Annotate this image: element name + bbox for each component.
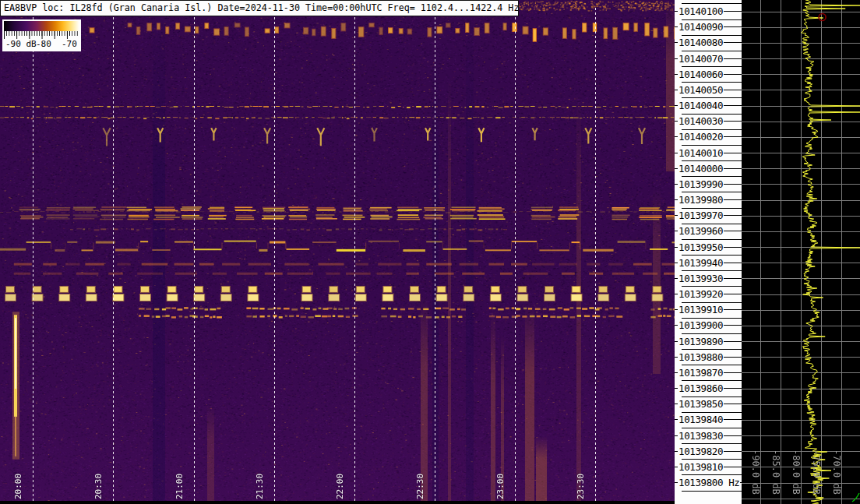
time-gridline (33, 8, 33, 501)
freq-tick-line (724, 90, 742, 90)
time-label: 21:30 (256, 474, 264, 499)
freq-minor-tick (682, 349, 742, 350)
time-gridline (274, 8, 275, 501)
freq-tick-row: 10139940 (675, 257, 742, 269)
freq-tick-label: 10139940 (678, 257, 724, 269)
freq-minor-tick (682, 66, 742, 67)
freq-minor-tick (682, 474, 742, 475)
freq-tick-label: 10139930 (678, 273, 724, 284)
freq-tick-label: 10139950 (678, 241, 724, 253)
freq-tick-row: 10140070 (675, 53, 742, 65)
freq-minor-tick (682, 160, 742, 161)
freq-tick-line (724, 419, 742, 420)
freq-tick-line (724, 294, 742, 294)
freq-minor-tick (682, 51, 742, 51)
freq-tick-line (724, 404, 742, 404)
freq-tick-line (724, 309, 742, 310)
freq-tick-row: 10139880 (675, 351, 742, 363)
db-axis-label: -70.0 dB (832, 449, 841, 495)
freq-minor-tick (682, 333, 742, 334)
db-axis-label: -80.0 dB (791, 449, 801, 495)
freq-tick-label: 10139890 (678, 336, 724, 347)
freq-minor-tick (682, 129, 742, 130)
freq-tick-row: 10140100 (675, 5, 742, 17)
freq-tick-row: 10140060 (675, 69, 742, 80)
freq-tick-line (724, 247, 742, 248)
freq-tick-row: 10140010 (675, 147, 742, 159)
freq-tick-row: 10140000 (675, 163, 742, 174)
freq-minor-tick (682, 365, 742, 365)
freq-tick-row: 10139970 (675, 210, 742, 221)
freq-tick-row: 10139810 (675, 461, 742, 473)
freq-tick-label: 10139850 (678, 398, 724, 410)
freq-tick-label: 10140070 (678, 53, 724, 65)
grabber-screenshot: 20:0020:3021:0021:3022:0022:3023:0023:30… (0, 0, 860, 504)
freq-minor-tick (682, 176, 742, 177)
freq-tick-line (724, 26, 742, 27)
freq-tick-row: 10139860 (675, 382, 742, 394)
freq-tick-row: 10139850 (675, 398, 742, 410)
freq-tick-row: 10140080 (675, 37, 742, 48)
freq-tick-label: 10139980 (678, 194, 724, 206)
freq-minor-tick (682, 443, 742, 444)
freq-tick-line (724, 357, 742, 358)
freq-minor-tick (682, 19, 742, 20)
freq-tick-label: 10140080 (678, 37, 724, 48)
color-scale-ruler (4, 31, 79, 39)
freq-minor-tick (682, 224, 742, 224)
freq-tick-label: 10139820 (678, 446, 724, 457)
freq-tick-label: 10139990 (678, 178, 724, 190)
freq-minor-tick (682, 3, 742, 4)
freq-tick-row: 10140050 (675, 84, 742, 96)
freq-minor-tick (682, 270, 742, 271)
freq-minor-tick (682, 286, 742, 287)
freq-minor-tick (682, 192, 742, 192)
time-label: 23:00 (496, 474, 505, 499)
freq-tick-label: 10139810 (678, 461, 724, 473)
legend-label-70db: -70 (62, 40, 77, 49)
freq-tick-label: 10139910 (678, 304, 724, 315)
freq-tick-line (724, 136, 742, 137)
freq-minor-tick (682, 114, 742, 115)
time-gridline (354, 8, 355, 501)
freq-tick-label: 10140090 (678, 21, 724, 33)
freq-tick-label: 10140040 (678, 100, 724, 111)
db-axis-label: -75.0 dB (812, 449, 821, 495)
freq-tick-label: 10140050 (678, 84, 724, 96)
freq-tick-line (724, 231, 742, 231)
freq-minor-tick (682, 318, 742, 319)
freq-tick-line (724, 58, 742, 59)
time-label: 20:00 (14, 474, 23, 499)
freq-tick-label: 10139880 (678, 351, 724, 363)
freq-tick-label: 10139840 (678, 414, 724, 425)
freq-tick-label: 10140060 (678, 69, 724, 80)
freq-tick-label: 10139970 (678, 210, 724, 221)
freq-tick-row: 10140030 (675, 115, 742, 127)
freq-tick-row: 10139980 (675, 194, 742, 206)
freq-tick-line (724, 199, 742, 200)
freq-tick-row: 10139900 (675, 319, 742, 331)
freq-tick-row: 10140020 (675, 131, 742, 143)
freq-tick-row: 10140090 (675, 21, 742, 33)
freq-tick-label: 10139800 Hz (678, 477, 740, 488)
waterfall-section: 20:0020:3021:0021:3022:0022:3023:0023:30… (0, 0, 675, 504)
freq-tick-row: 10139830 (675, 430, 742, 442)
freq-minor-tick (682, 380, 742, 381)
time-label: 22:00 (336, 474, 344, 499)
freq-tick-row: 10139930 (675, 273, 742, 284)
freq-minor-tick (682, 35, 742, 36)
freq-tick-label: 10139900 (678, 319, 724, 331)
freq-tick-line (724, 467, 742, 467)
freq-minor-tick (682, 82, 742, 83)
freq-tick-label: 10140000 (678, 163, 724, 174)
freq-tick-row: 10139890 (675, 336, 742, 347)
freq-tick-label: 10139920 (678, 288, 724, 300)
color-scale-legend: -90 dB -80 -70 (2, 19, 81, 51)
freq-tick-line (724, 278, 742, 279)
freq-tick-row: 10139820 (675, 446, 742, 457)
freq-tick-label: 10140030 (678, 115, 724, 127)
freq-minor-tick (682, 145, 742, 146)
freq-tick-row: 10139910 (675, 304, 742, 315)
freq-minor-tick (682, 302, 742, 303)
time-label: 20:30 (94, 474, 103, 499)
